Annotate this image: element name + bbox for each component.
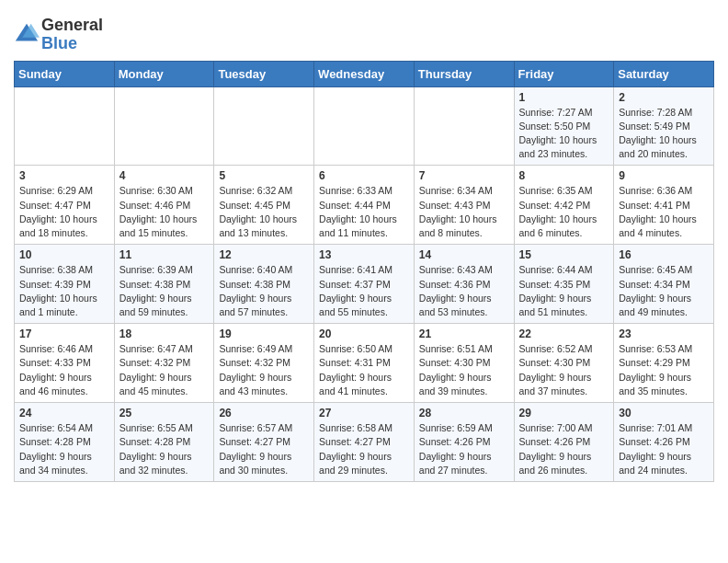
day-info: Sunrise: 6:59 AMSunset: 4:26 PMDaylight:… bbox=[419, 421, 509, 477]
day-info: Sunrise: 6:52 AMSunset: 4:30 PMDaylight:… bbox=[519, 342, 609, 398]
day-number: 6 bbox=[319, 169, 409, 182]
calendar-cell: 17Sunrise: 6:46 AMSunset: 4:33 PMDayligh… bbox=[15, 324, 115, 403]
day-info: Sunrise: 6:34 AMSunset: 4:43 PMDaylight:… bbox=[419, 184, 509, 240]
day-info: Sunrise: 6:50 AMSunset: 4:31 PMDaylight:… bbox=[319, 342, 409, 398]
header-tuesday: Tuesday bbox=[214, 61, 314, 86]
calendar-cell: 13Sunrise: 6:41 AMSunset: 4:37 PMDayligh… bbox=[314, 245, 415, 324]
calendar-cell: 7Sunrise: 6:34 AMSunset: 4:43 PMDaylight… bbox=[414, 166, 514, 245]
calendar-header-row: SundayMondayTuesdayWednesdayThursdayFrid… bbox=[15, 61, 714, 86]
day-number: 13 bbox=[319, 248, 409, 261]
day-number: 8 bbox=[519, 169, 609, 182]
day-info: Sunrise: 6:43 AMSunset: 4:36 PMDaylight:… bbox=[419, 263, 509, 319]
day-info: Sunrise: 6:32 AMSunset: 4:45 PMDaylight:… bbox=[219, 184, 309, 240]
calendar-cell: 18Sunrise: 6:47 AMSunset: 4:32 PMDayligh… bbox=[114, 324, 214, 403]
day-info: Sunrise: 7:00 AMSunset: 4:26 PMDaylight:… bbox=[519, 421, 609, 477]
day-info: Sunrise: 6:35 AMSunset: 4:42 PMDaylight:… bbox=[519, 184, 609, 240]
calendar-week-row: 17Sunrise: 6:46 AMSunset: 4:33 PMDayligh… bbox=[15, 324, 714, 403]
header-friday: Friday bbox=[514, 61, 614, 86]
calendar-cell: 3Sunrise: 6:29 AMSunset: 4:47 PMDaylight… bbox=[15, 166, 115, 245]
calendar-cell: 15Sunrise: 6:44 AMSunset: 4:35 PMDayligh… bbox=[514, 245, 614, 324]
logo-icon bbox=[14, 22, 40, 48]
day-number: 30 bbox=[619, 407, 709, 419]
day-info: Sunrise: 6:40 AMSunset: 4:38 PMDaylight:… bbox=[219, 263, 309, 319]
calendar-cell: 28Sunrise: 6:59 AMSunset: 4:26 PMDayligh… bbox=[414, 403, 514, 482]
day-number: 21 bbox=[419, 327, 509, 340]
day-number: 23 bbox=[619, 327, 709, 340]
day-number: 15 bbox=[519, 248, 609, 261]
calendar-cell: 22Sunrise: 6:52 AMSunset: 4:30 PMDayligh… bbox=[514, 324, 614, 403]
day-info: Sunrise: 6:44 AMSunset: 4:35 PMDaylight:… bbox=[519, 263, 609, 319]
calendar-cell: 21Sunrise: 6:51 AMSunset: 4:30 PMDayligh… bbox=[414, 324, 514, 403]
calendar-cell: 8Sunrise: 6:35 AMSunset: 4:42 PMDaylight… bbox=[514, 166, 614, 245]
calendar-cell: 25Sunrise: 6:55 AMSunset: 4:28 PMDayligh… bbox=[114, 403, 214, 482]
day-info: Sunrise: 6:57 AMSunset: 4:27 PMDaylight:… bbox=[219, 421, 309, 477]
calendar-week-row: 24Sunrise: 6:54 AMSunset: 4:28 PMDayligh… bbox=[15, 403, 714, 482]
day-number: 1 bbox=[519, 91, 609, 104]
calendar-cell: 9Sunrise: 6:36 AMSunset: 4:41 PMDaylight… bbox=[614, 166, 714, 245]
calendar-cell: 29Sunrise: 7:00 AMSunset: 4:26 PMDayligh… bbox=[514, 403, 614, 482]
calendar-cell: 19Sunrise: 6:49 AMSunset: 4:32 PMDayligh… bbox=[214, 324, 314, 403]
day-number: 5 bbox=[219, 169, 309, 182]
calendar-cell: 1Sunrise: 7:27 AMSunset: 5:50 PMDaylight… bbox=[514, 86, 614, 166]
day-info: Sunrise: 6:51 AMSunset: 4:30 PMDaylight:… bbox=[419, 342, 509, 398]
header: General Blue bbox=[14, 9, 714, 53]
day-info: Sunrise: 7:28 AMSunset: 5:49 PMDaylight:… bbox=[619, 106, 709, 162]
calendar-cell: 10Sunrise: 6:38 AMSunset: 4:39 PMDayligh… bbox=[15, 245, 115, 324]
calendar-cell: 16Sunrise: 6:45 AMSunset: 4:34 PMDayligh… bbox=[614, 245, 714, 324]
day-number: 25 bbox=[119, 407, 210, 419]
header-saturday: Saturday bbox=[614, 61, 714, 86]
day-number: 20 bbox=[319, 327, 409, 340]
day-number: 24 bbox=[19, 407, 109, 419]
day-number: 26 bbox=[219, 407, 309, 419]
calendar-cell bbox=[414, 86, 514, 166]
day-info: Sunrise: 6:47 AMSunset: 4:32 PMDaylight:… bbox=[119, 342, 210, 398]
calendar-cell: 5Sunrise: 6:32 AMSunset: 4:45 PMDaylight… bbox=[214, 166, 314, 245]
header-wednesday: Wednesday bbox=[314, 61, 415, 86]
calendar-table: SundayMondayTuesdayWednesdayThursdayFrid… bbox=[14, 61, 714, 482]
day-info: Sunrise: 6:38 AMSunset: 4:39 PMDaylight:… bbox=[19, 263, 109, 319]
calendar-cell: 24Sunrise: 6:54 AMSunset: 4:28 PMDayligh… bbox=[15, 403, 115, 482]
day-number: 22 bbox=[519, 327, 609, 340]
header-thursday: Thursday bbox=[414, 61, 514, 86]
day-info: Sunrise: 6:30 AMSunset: 4:46 PMDaylight:… bbox=[119, 184, 210, 240]
day-number: 12 bbox=[219, 248, 309, 261]
day-info: Sunrise: 6:49 AMSunset: 4:32 PMDaylight:… bbox=[219, 342, 309, 398]
calendar-week-row: 3Sunrise: 6:29 AMSunset: 4:47 PMDaylight… bbox=[15, 166, 714, 245]
header-sunday: Sunday bbox=[15, 61, 115, 86]
day-number: 7 bbox=[419, 169, 509, 182]
calendar-cell: 12Sunrise: 6:40 AMSunset: 4:38 PMDayligh… bbox=[214, 245, 314, 324]
day-info: Sunrise: 6:33 AMSunset: 4:44 PMDaylight:… bbox=[319, 184, 409, 240]
day-info: Sunrise: 6:41 AMSunset: 4:37 PMDaylight:… bbox=[319, 263, 409, 319]
calendar-cell: 20Sunrise: 6:50 AMSunset: 4:31 PMDayligh… bbox=[314, 324, 415, 403]
calendar-cell bbox=[15, 86, 115, 166]
calendar-cell: 23Sunrise: 6:53 AMSunset: 4:29 PMDayligh… bbox=[614, 324, 714, 403]
calendar-cell bbox=[214, 86, 314, 166]
day-number: 14 bbox=[419, 248, 509, 261]
day-number: 18 bbox=[119, 327, 210, 340]
day-info: Sunrise: 6:58 AMSunset: 4:27 PMDaylight:… bbox=[319, 421, 409, 477]
day-number: 17 bbox=[19, 327, 109, 340]
day-info: Sunrise: 6:54 AMSunset: 4:28 PMDaylight:… bbox=[19, 421, 109, 477]
calendar-cell: 14Sunrise: 6:43 AMSunset: 4:36 PMDayligh… bbox=[414, 245, 514, 324]
day-number: 28 bbox=[419, 407, 509, 419]
calendar-cell: 26Sunrise: 6:57 AMSunset: 4:27 PMDayligh… bbox=[214, 403, 314, 482]
calendar-cell: 11Sunrise: 6:39 AMSunset: 4:38 PMDayligh… bbox=[114, 245, 214, 324]
day-number: 2 bbox=[619, 91, 709, 104]
day-number: 4 bbox=[119, 169, 210, 182]
day-info: Sunrise: 6:46 AMSunset: 4:33 PMDaylight:… bbox=[19, 342, 109, 398]
calendar-cell bbox=[314, 86, 415, 166]
day-info: Sunrise: 6:55 AMSunset: 4:28 PMDaylight:… bbox=[119, 421, 210, 477]
day-info: Sunrise: 6:29 AMSunset: 4:47 PMDaylight:… bbox=[19, 184, 109, 240]
calendar-cell: 30Sunrise: 7:01 AMSunset: 4:26 PMDayligh… bbox=[614, 403, 714, 482]
day-number: 10 bbox=[19, 248, 109, 261]
day-info: Sunrise: 6:36 AMSunset: 4:41 PMDaylight:… bbox=[619, 184, 709, 240]
day-number: 16 bbox=[619, 248, 709, 261]
calendar-week-row: 1Sunrise: 7:27 AMSunset: 5:50 PMDaylight… bbox=[15, 86, 714, 166]
logo: General Blue bbox=[14, 17, 103, 53]
calendar-cell: 6Sunrise: 6:33 AMSunset: 4:44 PMDaylight… bbox=[314, 166, 415, 245]
logo-text: General Blue bbox=[41, 17, 103, 53]
day-info: Sunrise: 6:53 AMSunset: 4:29 PMDaylight:… bbox=[619, 342, 709, 398]
day-number: 9 bbox=[619, 169, 709, 182]
calendar-cell: 2Sunrise: 7:28 AMSunset: 5:49 PMDaylight… bbox=[614, 86, 714, 166]
header-monday: Monday bbox=[114, 61, 214, 86]
